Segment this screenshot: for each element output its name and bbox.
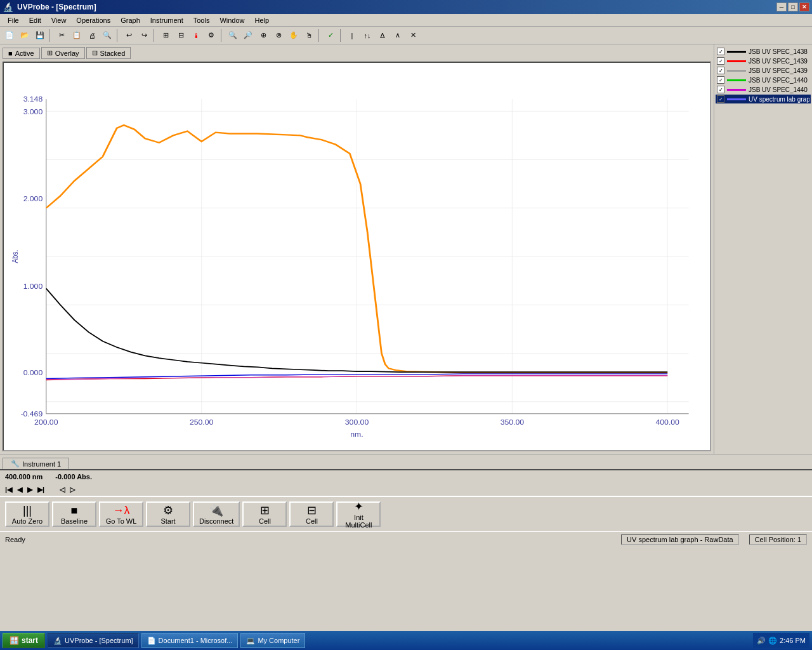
legend-check-3[interactable]: ✓ bbox=[717, 76, 724, 84]
tb-zoom2[interactable]: ⊟ bbox=[174, 29, 188, 43]
legend-item-0[interactable]: ✓ JSB UV SPEC_1438 bbox=[716, 47, 811, 56]
legend-item-4[interactable]: ✓ JSB UV SPEC_1440 bbox=[716, 85, 811, 94]
tb-cursor[interactable]: 🖱 bbox=[302, 29, 316, 43]
tb-copy[interactable]: 📋 bbox=[70, 29, 84, 43]
tb-zoom-y[interactable]: ⊗ bbox=[272, 29, 285, 43]
svg-text:3.000: 3.000 bbox=[23, 109, 43, 116]
nav-back[interactable]: ◁ bbox=[60, 486, 65, 494]
legend-check-1[interactable]: ✓ bbox=[717, 57, 724, 65]
tb-print2[interactable]: 🔍 bbox=[100, 29, 114, 43]
tab-stacked[interactable]: ⊟ Stacked bbox=[86, 47, 131, 59]
legend-item-2[interactable]: ✓ JSB UV SPEC_1439 bbox=[716, 66, 811, 75]
taskbar-mycomputer[interactable]: 💻 My Computer bbox=[240, 633, 305, 648]
start-icon-taskbar: 🪟 bbox=[10, 636, 19, 645]
tab-active[interactable]: ■ Active bbox=[3, 48, 40, 59]
tb-undo[interactable]: ↩ bbox=[122, 29, 136, 43]
legend-check-5[interactable]: ✓ bbox=[717, 95, 724, 103]
measurement-bar: 400.000 nm -0.000 Abs. bbox=[0, 469, 812, 483]
legend-label-3: JSB UV SPEC_1440 bbox=[749, 77, 808, 84]
legend-check-2[interactable]: ✓ bbox=[717, 67, 724, 74]
menu-instrument[interactable]: Instrument bbox=[145, 15, 188, 25]
tb-mark1[interactable]: | bbox=[345, 29, 359, 43]
svg-text:350.00: 350.00 bbox=[501, 419, 524, 426]
init-multicell-button[interactable]: ✦ Init MultiCell bbox=[336, 501, 381, 527]
taskbar-mycomputer-icon: 💻 bbox=[246, 637, 255, 645]
legend-item-3[interactable]: ✓ JSB UV SPEC_1440 bbox=[716, 76, 811, 84]
svg-text:300.00: 300.00 bbox=[345, 419, 369, 426]
baseline-icon: ■ bbox=[71, 504, 78, 517]
menu-operations[interactable]: Operations bbox=[71, 15, 115, 25]
tb-cut[interactable]: ✂ bbox=[55, 29, 69, 43]
svg-text:250.00: 250.00 bbox=[190, 419, 213, 426]
minimize-button[interactable]: ─ bbox=[776, 3, 787, 11]
legend-color-5 bbox=[727, 98, 746, 100]
tb-zoom-x[interactable]: ⊕ bbox=[256, 29, 270, 43]
go-to-wl-button[interactable]: →λ Go To WL bbox=[99, 501, 143, 527]
svg-text:nm.: nm. bbox=[350, 431, 363, 438]
nav-last[interactable]: ▶| bbox=[37, 486, 44, 494]
stacked-tab-label: Stacked bbox=[100, 50, 126, 57]
window-controls: ─ □ ✕ bbox=[776, 3, 809, 11]
auto-zero-button[interactable]: ||| Auto Zero bbox=[5, 501, 49, 527]
tb-zoom1[interactable]: ⊞ bbox=[159, 29, 173, 43]
tb-zoom-in[interactable]: 🔍 bbox=[226, 29, 240, 43]
legend-label-0: JSB UV SPEC_1438 bbox=[749, 48, 808, 55]
tb-peak[interactable]: ∧ bbox=[391, 29, 405, 43]
menu-graph[interactable]: Graph bbox=[115, 15, 145, 25]
chart-container: 3.148 3.000 2.000 1.000 0.000 -0.469 Abs… bbox=[3, 62, 711, 451]
tb-open[interactable]: 📂 bbox=[18, 29, 32, 43]
taskbar-mycomputer-label: My Computer bbox=[258, 637, 299, 644]
tb-zoom3[interactable]: 🌡 bbox=[189, 29, 203, 43]
start-button[interactable]: ⚙ Start bbox=[146, 501, 190, 527]
legend-color-4 bbox=[727, 89, 746, 91]
tb-settings[interactable]: ⚙ bbox=[204, 29, 218, 43]
nav-next[interactable]: ▶ bbox=[27, 486, 32, 494]
window-title: UVProbe - [Spectrum] bbox=[17, 3, 776, 11]
nav-forward[interactable]: ▷ bbox=[70, 486, 75, 494]
legend-item-5[interactable]: ✓ UV spectrum lab grap bbox=[716, 95, 811, 103]
menu-help[interactable]: Help bbox=[250, 15, 275, 25]
svg-text:0.000: 0.000 bbox=[23, 369, 43, 376]
menu-file[interactable]: File bbox=[3, 15, 24, 25]
tb-sep2 bbox=[117, 29, 119, 42]
tb-print[interactable]: 🖨 bbox=[85, 29, 99, 43]
legend-check-0[interactable]: ✓ bbox=[717, 48, 724, 55]
tb-zoom-out[interactable]: 🔎 bbox=[241, 29, 255, 43]
maximize-button[interactable]: □ bbox=[788, 3, 798, 11]
menu-tools[interactable]: Tools bbox=[188, 15, 215, 25]
sys-tray: 🔊 🌐 2:46 PM bbox=[753, 633, 809, 648]
tb-mark2[interactable]: ↑↓ bbox=[360, 29, 374, 43]
svg-text:1.000: 1.000 bbox=[23, 282, 43, 289]
taskbar-uvprobe-icon: 🔬 bbox=[53, 637, 62, 645]
tab-overlay[interactable]: ⊞ Overlay bbox=[41, 47, 85, 59]
tb-redo[interactable]: ↪ bbox=[137, 29, 151, 43]
nav-first[interactable]: |◀ bbox=[5, 486, 12, 494]
legend-color-3 bbox=[727, 79, 746, 81]
close-button[interactable]: ✕ bbox=[799, 3, 809, 11]
disconnect-button[interactable]: 🔌 Disconnect bbox=[193, 501, 240, 527]
instrument-icon: 🔧 bbox=[11, 460, 20, 468]
menu-window[interactable]: Window bbox=[214, 15, 249, 25]
cell2-button[interactable]: ⊟ Cell bbox=[289, 501, 334, 527]
menu-view[interactable]: View bbox=[46, 15, 72, 25]
action-bar: ||| Auto Zero ■ Baseline →λ Go To WL ⚙ S… bbox=[0, 496, 812, 531]
cell1-button[interactable]: ⊞ Cell bbox=[242, 501, 287, 527]
legend-check-4[interactable]: ✓ bbox=[717, 86, 724, 93]
tb-green[interactable]: ✓ bbox=[324, 29, 337, 43]
start-button-taskbar[interactable]: 🪟 start bbox=[3, 633, 45, 648]
menu-edit[interactable]: Edit bbox=[24, 15, 46, 25]
tb-cross[interactable]: ✕ bbox=[406, 29, 420, 43]
baseline-label: Baseline bbox=[61, 517, 88, 525]
tb-pan[interactable]: ✋ bbox=[287, 29, 301, 43]
taskbar-uvprobe[interactable]: 🔬 UVProbe - [Spectrum] bbox=[48, 633, 139, 648]
instrument-tab-1[interactable]: 🔧 Instrument 1 bbox=[3, 458, 69, 469]
baseline-button[interactable]: ■ Baseline bbox=[52, 501, 96, 527]
tray-icon1: 🔊 bbox=[757, 637, 766, 645]
app-icon: 🔬 bbox=[3, 2, 13, 12]
nav-prev[interactable]: ◀ bbox=[17, 486, 22, 494]
tb-new[interactable]: 📄 bbox=[3, 29, 16, 43]
taskbar-document[interactable]: 📄 Document1 - Microsof... bbox=[141, 633, 239, 648]
tb-save[interactable]: 💾 bbox=[33, 29, 47, 43]
tb-mark3[interactable]: Δ bbox=[376, 29, 390, 43]
legend-item-1[interactable]: ✓ JSB UV SPEC_1439 bbox=[716, 56, 811, 65]
